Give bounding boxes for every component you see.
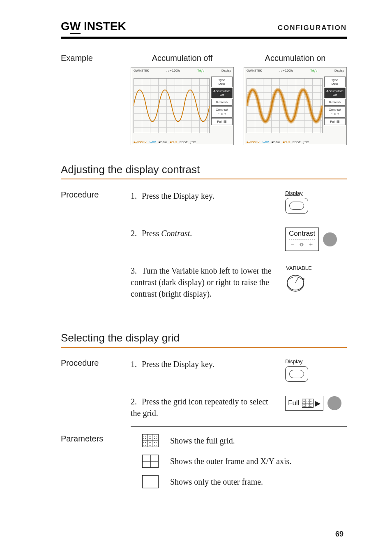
page-number: 69 [335,530,344,539]
section-title-grid: Selecting the display grid [61,332,347,344]
svg-point-24 [311,404,311,405]
trig-coupling: ƒDC [190,141,196,144]
section-title-contrast: Adjusting the display contrast [61,163,347,176]
scope-screenshot-accum-on: GWINSTEK ⌵↓▾ 0.000s Trig'd Display [244,67,347,145]
header-rule-thin [61,38,347,39]
svg-point-27 [304,406,305,407]
scope-brand: GWINSTEK [134,69,149,72]
param-frame-text: Shows only the outer frame. [170,477,263,487]
softkey-sub: － ☼ ＋ [289,240,315,248]
grid-full-glyph-icon [302,399,314,408]
svg-point-40 [154,436,155,437]
step-3-text: 3. Turn the Variable knob left to lower … [131,265,285,300]
ch2-scale: ↕═5V [262,141,269,144]
parameters-label: Parameters [61,434,131,444]
svg-point-20 [303,404,304,405]
svg-point-54 [143,445,144,446]
scope-trig-status: Trig'd [197,69,204,72]
ch1-scale: ■═500mV [247,141,259,144]
trig-src: ■CH1 [283,141,290,144]
svg-point-43 [145,438,146,439]
svg-point-59 [156,445,157,446]
accum-off-caption: Accumulation off [131,53,234,63]
svg-point-37 [145,436,146,437]
waveform-sine [134,78,210,133]
svg-point-38 [149,436,150,437]
accum-on-caption: Accumulation on [244,53,347,63]
scope-time-pos: ⌵↓▾ 0.000s [279,69,293,72]
svg-point-47 [156,438,157,439]
waveform-sine-accum [247,78,323,133]
param-full-text: Shows the full grid. [170,436,235,446]
trig-coupling: ƒDC [303,141,309,144]
scope-trig-status: Trig'd [310,69,317,72]
display-key-icon [285,366,308,382]
svg-point-15 [304,401,305,402]
procedure-label: Procedure [61,190,131,200]
svg-point-29 [308,406,309,407]
trig-src: ■CH1 [170,141,177,144]
svg-point-30 [311,406,311,407]
svg-point-52 [154,442,155,443]
svg-point-49 [145,442,146,443]
softkey-arrow-icon: ▶ [315,399,321,408]
softkey-label: Contrast [289,230,315,238]
softkey-button-icon [327,396,341,410]
svg-point-53 [156,442,157,443]
trig-edge: EDGE [293,141,301,144]
timebase: ■2.5us [271,141,280,144]
menu-type: TypeDots [211,77,233,87]
menu-accumulate: AccumulateOff [211,88,233,98]
contrast-softkey-icon: Contrast － ☼ ＋ [285,228,319,251]
scope-time-pos: ⌵↓▾ 0.000s [166,69,180,72]
svg-point-42 [143,438,144,439]
grid-axis-icon [142,455,159,468]
procedure-label: Procedure [61,358,131,368]
svg-point-11 [308,399,309,400]
grid-step-2-text: 2. Press the grid icon repeatedly to sel… [131,396,285,419]
softkey-button-icon [323,232,337,246]
variable-knob-label: VARIABLE [286,265,312,271]
svg-point-48 [143,442,144,443]
scope-softkey-menu: TypeDots AccumulateOn Refresh Contrast－☼… [324,77,346,125]
menu-type: TypeDots [324,77,346,87]
svg-point-8 [303,399,304,400]
softkey-full-label: Full [288,399,299,407]
step-1-text: 1. Press the Display key. [131,190,285,202]
scope-softkey-menu: TypeDots AccumulateOff Refresh Contrast－… [211,77,233,125]
svg-point-17 [308,401,309,402]
svg-point-21 [304,404,305,405]
param-axis-text: Shows the outer frame and X/Y axis. [170,457,291,466]
svg-point-50 [149,442,150,443]
section-rule [61,179,347,179]
svg-point-55 [145,445,146,446]
svg-point-36 [143,436,144,437]
svg-point-12 [311,399,311,400]
svg-point-26 [303,406,304,407]
ch2-scale: ↕═5V [149,141,156,144]
ch1-scale: ■═500mV [134,141,146,144]
trig-edge: EDGE [180,141,188,144]
svg-point-58 [154,445,155,446]
svg-rect-63 [143,476,159,488]
svg-point-25 [312,404,313,405]
svg-point-51 [150,442,151,443]
svg-point-46 [154,438,155,439]
example-label: Example [61,53,131,63]
svg-point-44 [149,438,150,439]
display-key-label: Display [285,358,303,365]
menu-full: Full ▦ [211,118,233,125]
section-rule [61,347,347,348]
svg-point-31 [312,406,313,407]
menu-full: Full ▦ [324,118,346,125]
svg-point-14 [303,401,304,402]
variable-knob-icon [285,273,306,293]
scope-menu-title: Display [221,69,231,72]
display-key-label: Display [285,190,303,196]
svg-point-39 [150,436,151,437]
scope-screenshot-accum-off: GWINSTEK ⌵↓▾ 0.000s Trig'd Display TypeD… [131,67,234,145]
grid-frame-icon [142,475,159,488]
menu-accumulate: AccumulateOn [324,88,346,98]
grid-full-icon [142,434,159,447]
svg-point-41 [156,436,157,437]
